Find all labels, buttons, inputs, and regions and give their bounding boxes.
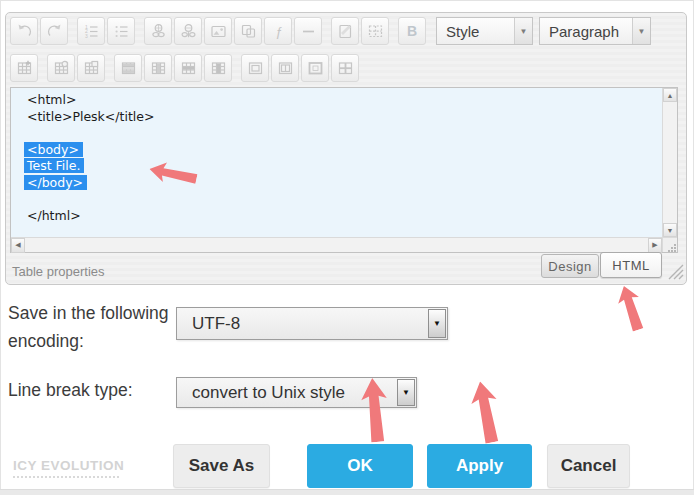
unlink-icon [180, 23, 197, 40]
encoding-label-line1: Save in the following [8, 303, 170, 324]
merge-cells-icon [277, 60, 294, 77]
design-tab[interactable]: Design [541, 254, 599, 278]
style-select[interactable]: Style ▼ [436, 17, 533, 45]
undo-button[interactable] [10, 17, 38, 45]
table-row-properties-button[interactable] [47, 54, 75, 82]
scroll-up-icon[interactable]: ▲ [663, 88, 677, 102]
code-line: <title>Plesk</title> [27, 109, 662, 126]
delete-column-icon [210, 60, 227, 77]
source-editor-area: <html><title>Plesk</title> <body>Test Fi… [10, 87, 678, 253]
encoding-select-value: UTF-8 [177, 314, 427, 334]
scroll-left-icon[interactable]: ◀ [11, 238, 25, 253]
style-select-value: Style [437, 23, 514, 40]
cancel-button[interactable]: Cancel [547, 444, 630, 488]
code-line: <html> [27, 92, 662, 109]
bold-button[interactable]: B [398, 17, 426, 45]
merge-cells-button[interactable] [271, 54, 299, 82]
linebreak-label: Line break type: [8, 380, 133, 401]
edit-html-icon [337, 23, 354, 40]
split-cells-button[interactable] [241, 54, 269, 82]
encoding-select[interactable]: UTF-8 ▼ [176, 307, 448, 340]
visual-aid-icon [367, 23, 384, 40]
html-tab[interactable]: HTML [600, 252, 662, 278]
code-line: <body> [27, 142, 662, 159]
vertical-scrollbar[interactable]: ▲ ▼ [662, 88, 677, 237]
editor-resize-grip[interactable] [664, 260, 684, 284]
textarea-resize-grip[interactable] [662, 237, 677, 252]
delete-column-button[interactable] [204, 54, 232, 82]
code-line: Test File. [27, 158, 662, 175]
horizontal-scrollbar[interactable]: ◀ ▶ [11, 237, 662, 252]
save-as-button[interactable]: Save As [173, 444, 270, 488]
svg-text:3: 3 [85, 32, 88, 38]
resize-grip-icon [664, 260, 684, 280]
annotation-arrow-html-tab [613, 283, 649, 334]
insert-row-icon [120, 60, 137, 77]
delete-row-icon [180, 60, 197, 77]
insert-column-icon [150, 60, 167, 77]
linebreak-select[interactable]: convert to Unix style ▼ [176, 377, 417, 408]
watermark-logo: ICY EVOLUTION [13, 458, 124, 473]
inner-border-icon [337, 60, 354, 77]
watermark-underline [13, 476, 119, 478]
numbered-list-button[interactable]: 123 [77, 17, 105, 45]
media-button[interactable] [234, 17, 262, 45]
table-row-properties-icon [53, 60, 70, 77]
code-line: </html> [27, 208, 662, 225]
grip-dots-icon [667, 242, 677, 252]
code-line [27, 191, 662, 208]
outer-border-icon [307, 60, 324, 77]
encoding-label-line2: encoding: [8, 331, 84, 352]
insert-column-button[interactable] [144, 54, 172, 82]
apply-button[interactable]: Apply [427, 444, 532, 488]
table-cell-properties-icon [83, 60, 100, 77]
paragraph-format-select[interactable]: Paragraph ▼ [539, 17, 651, 45]
media-icon [240, 23, 257, 40]
insert-table-icon [16, 60, 33, 77]
linebreak-select-value: convert to Unix style [177, 383, 396, 403]
svg-text:ƒ: ƒ [275, 24, 282, 39]
code-line: </body> [27, 175, 662, 192]
horizontal-rule-icon [300, 23, 317, 40]
table-cell-properties-button[interactable] [77, 54, 105, 82]
link-button[interactable] [144, 17, 172, 45]
link-icon [150, 23, 167, 40]
html-editor-widget: 123ƒB Style ▼ Paragraph ▼ <html><title>P… [5, 12, 687, 285]
numbered-list-icon: 123 [83, 23, 100, 40]
chevron-down-icon: ▼ [397, 379, 415, 406]
source-code-textarea[interactable]: <html><title>Plesk</title> <body>Test Fi… [11, 88, 662, 237]
image-button[interactable] [204, 17, 232, 45]
flash-button[interactable]: ƒ [264, 17, 292, 45]
unlink-button[interactable] [174, 17, 202, 45]
chevron-down-icon: ▼ [632, 18, 650, 44]
horizontal-rule-button[interactable] [294, 17, 322, 45]
insert-table-button[interactable] [10, 54, 38, 82]
selected-text: </body> [27, 175, 83, 190]
annotation-arrow-apply-button [467, 379, 506, 445]
inner-border-button[interactable] [331, 54, 359, 82]
delete-row-button[interactable] [174, 54, 202, 82]
split-cells-icon [247, 60, 264, 77]
status-bar-text: Table properties [12, 264, 105, 279]
editor-toolbar-row-1: 123ƒB Style ▼ Paragraph ▼ [10, 17, 651, 45]
insert-row-button[interactable] [114, 54, 142, 82]
outer-border-button[interactable] [301, 54, 329, 82]
visual-aid-button[interactable] [361, 17, 389, 45]
editor-toolbar-row-2 [10, 54, 361, 82]
selected-text: <body> [27, 142, 79, 157]
selected-text: Test File. [27, 158, 80, 173]
chevron-down-icon: ▼ [514, 18, 532, 44]
redo-icon [46, 23, 63, 40]
bold-icon: B [407, 23, 417, 39]
scroll-right-icon[interactable]: ▶ [648, 238, 662, 253]
chevron-down-icon: ▼ [428, 309, 446, 338]
bullet-list-button[interactable] [107, 17, 135, 45]
scroll-down-icon[interactable]: ▼ [663, 223, 677, 237]
undo-icon [16, 23, 33, 40]
redo-button[interactable] [40, 17, 68, 45]
bullet-list-icon [113, 23, 130, 40]
flash-icon: ƒ [270, 23, 287, 40]
edit-html-button[interactable] [331, 17, 359, 45]
ok-button[interactable]: OK [307, 444, 413, 488]
paragraph-select-value: Paragraph [540, 23, 632, 40]
